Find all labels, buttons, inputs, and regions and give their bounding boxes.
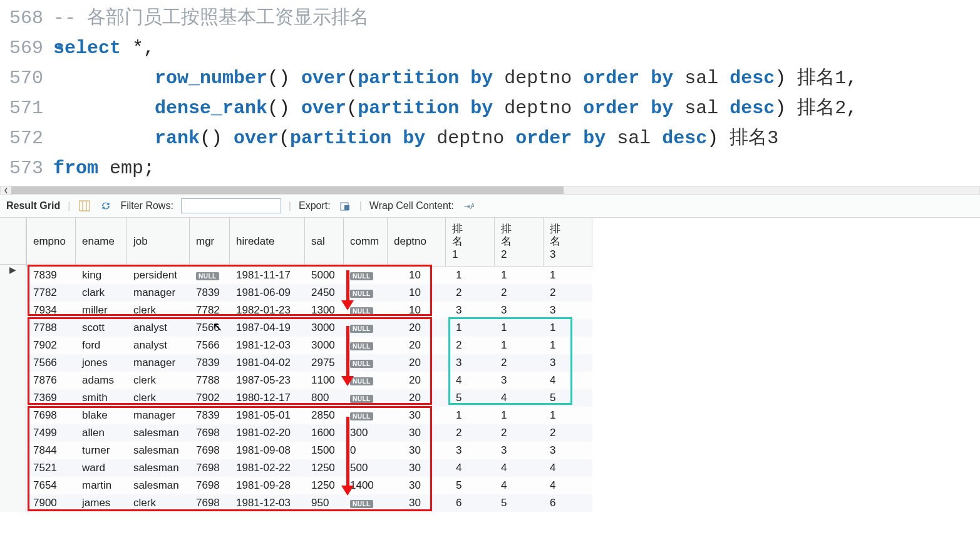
cell-job[interactable]: salesman bbox=[127, 442, 190, 459]
table-row[interactable]: 7654martinsalesman76981981-09-2812501400… bbox=[27, 477, 592, 494]
row-marker[interactable]: ▶ bbox=[0, 265, 26, 282]
cell-hiredate[interactable]: 1982-01-23 bbox=[230, 302, 305, 319]
cell-mgr[interactable]: 7698 bbox=[190, 424, 230, 442]
row-marker[interactable] bbox=[0, 422, 26, 440]
cell-deptno[interactable]: 20 bbox=[388, 337, 446, 354]
cell-deptno[interactable]: 10 bbox=[388, 284, 446, 302]
cell-r1[interactable]: 2 bbox=[446, 424, 495, 442]
cell-r3[interactable]: 1 bbox=[544, 267, 592, 285]
cell-hiredate[interactable]: 1981-12-03 bbox=[230, 494, 305, 512]
cell-mgr[interactable]: 7782 bbox=[190, 302, 230, 319]
cell-deptno[interactable]: 30 bbox=[388, 459, 446, 477]
cell-ename[interactable]: scott bbox=[76, 319, 127, 337]
cell-sal[interactable]: 3000 bbox=[305, 319, 344, 337]
cell-mgr[interactable]: 7698 bbox=[190, 494, 230, 512]
column-header-deptno[interactable]: deptno bbox=[388, 218, 446, 267]
cell-comm[interactable]: NULL bbox=[344, 354, 388, 372]
cell-r1[interactable]: 4 bbox=[446, 372, 495, 389]
cell-r2[interactable]: 4 bbox=[495, 459, 544, 477]
cell-r1[interactable]: 3 bbox=[446, 354, 495, 372]
cell-empno[interactable]: 7900 bbox=[27, 494, 76, 512]
cell-ename[interactable]: ford bbox=[76, 337, 127, 354]
cell-comm[interactable]: NULL bbox=[344, 267, 388, 285]
cell-comm[interactable]: NULL bbox=[344, 337, 388, 354]
row-marker[interactable] bbox=[0, 335, 26, 352]
column-header-comm[interactable]: comm bbox=[344, 218, 388, 267]
cell-hiredate[interactable]: 1981-04-02 bbox=[230, 354, 305, 372]
cell-sal[interactable]: 2450 bbox=[305, 284, 344, 302]
cell-mgr[interactable]: 7788 bbox=[190, 372, 230, 389]
cell-r1[interactable]: 3 bbox=[446, 442, 495, 459]
cell-r2[interactable]: 3 bbox=[495, 372, 544, 389]
cell-r1[interactable]: 5 bbox=[446, 477, 495, 494]
cell-comm[interactable]: NULL bbox=[344, 302, 388, 319]
cell-r3[interactable]: 3 bbox=[544, 302, 592, 319]
cell-empno[interactable]: 7876 bbox=[27, 372, 76, 389]
cell-job[interactable]: salesman bbox=[127, 477, 190, 494]
cell-r1[interactable]: 3 bbox=[446, 302, 495, 319]
cell-r3[interactable]: 6 bbox=[544, 494, 592, 512]
row-marker[interactable] bbox=[0, 492, 26, 510]
column-header-sal[interactable]: sal bbox=[305, 218, 344, 267]
cell-deptno[interactable]: 10 bbox=[388, 302, 446, 319]
cell-empno[interactable]: 7902 bbox=[27, 337, 76, 354]
filter-rows-input[interactable] bbox=[181, 198, 281, 213]
cell-mgr[interactable]: NULL bbox=[190, 267, 230, 285]
cell-r2[interactable]: 5 bbox=[495, 494, 544, 512]
cell-comm[interactable]: NULL bbox=[344, 494, 388, 512]
cell-r3[interactable]: 4 bbox=[544, 372, 592, 389]
cell-sal[interactable]: 1300 bbox=[305, 302, 344, 319]
cell-r3[interactable]: 1 bbox=[544, 319, 592, 337]
cell-sal[interactable]: 1100 bbox=[305, 372, 344, 389]
cell-hiredate[interactable]: 1981-06-09 bbox=[230, 284, 305, 302]
table-row[interactable]: 7844turnersalesman76981981-09-0815000303… bbox=[27, 442, 592, 459]
cell-empno[interactable]: 7844 bbox=[27, 442, 76, 459]
cell-job[interactable]: analyst bbox=[127, 337, 190, 354]
cell-r2[interactable]: 2 bbox=[495, 354, 544, 372]
cell-job[interactable]: manager bbox=[127, 407, 190, 424]
cell-job[interactable]: clerk bbox=[127, 389, 190, 407]
cell-r2[interactable]: 2 bbox=[495, 284, 544, 302]
refresh-icon[interactable] bbox=[99, 199, 113, 213]
cell-comm[interactable]: NULL bbox=[344, 372, 388, 389]
column-header-mgr[interactable]: mgr bbox=[190, 218, 230, 267]
cell-hiredate[interactable]: 1987-05-23 bbox=[230, 372, 305, 389]
cell-sal[interactable]: 800 bbox=[305, 389, 344, 407]
cell-job[interactable]: analyst bbox=[127, 319, 190, 337]
cell-mgr[interactable]: 7698 bbox=[190, 477, 230, 494]
table-row[interactable]: 7934millerclerk77821982-01-231300NULL103… bbox=[27, 302, 592, 319]
row-marker[interactable] bbox=[0, 370, 26, 387]
cell-r1[interactable]: 2 bbox=[446, 337, 495, 354]
cell-deptno[interactable]: 20 bbox=[388, 354, 446, 372]
cell-r3[interactable]: 4 bbox=[544, 477, 592, 494]
table-row[interactable]: 7698blakemanager78391981-05-012850NULL30… bbox=[27, 407, 592, 424]
cell-r3[interactable]: 1 bbox=[544, 407, 592, 424]
cell-job[interactable]: persident bbox=[127, 267, 190, 285]
cell-empno[interactable]: 7782 bbox=[27, 284, 76, 302]
column-header-job[interactable]: job bbox=[127, 218, 190, 267]
cell-r2[interactable]: 3 bbox=[495, 302, 544, 319]
wrap-cell-icon[interactable]: ⇥A bbox=[462, 199, 475, 213]
cell-job[interactable]: clerk bbox=[127, 302, 190, 319]
cell-r3[interactable]: 5 bbox=[544, 389, 592, 407]
row-marker[interactable] bbox=[0, 405, 26, 422]
cell-ename[interactable]: ward bbox=[76, 459, 127, 477]
cell-hiredate[interactable]: 1981-09-28 bbox=[230, 477, 305, 494]
cell-empno[interactable]: 7499 bbox=[27, 424, 76, 442]
table-row[interactable]: 7839kingpersidentNULL1981-11-175000NULL1… bbox=[27, 267, 592, 285]
cell-empno[interactable]: 7839 bbox=[27, 267, 76, 285]
cell-comm[interactable]: NULL bbox=[344, 284, 388, 302]
cell-empno[interactable]: 7521 bbox=[27, 459, 76, 477]
row-marker[interactable] bbox=[0, 475, 26, 492]
result-grid[interactable]: empno ename job mgr hiredate sal comm de… bbox=[26, 218, 980, 512]
column-header-rank3[interactable]: 排 名 3 bbox=[544, 218, 592, 267]
cell-empno[interactable]: 7934 bbox=[27, 302, 76, 319]
cell-hiredate[interactable]: 1981-05-01 bbox=[230, 407, 305, 424]
sql-editor[interactable]: 568 -- 各部门员工按照基本工资显示排名 569 select *, 570… bbox=[0, 0, 980, 183]
cell-job[interactable]: salesman bbox=[127, 459, 190, 477]
cell-deptno[interactable]: 20 bbox=[388, 372, 446, 389]
cell-ename[interactable]: adams bbox=[76, 372, 127, 389]
cell-ename[interactable]: jones bbox=[76, 354, 127, 372]
cell-sal[interactable]: 1250 bbox=[305, 459, 344, 477]
table-row[interactable]: 7782clarkmanager78391981-06-092450NULL10… bbox=[27, 284, 592, 302]
